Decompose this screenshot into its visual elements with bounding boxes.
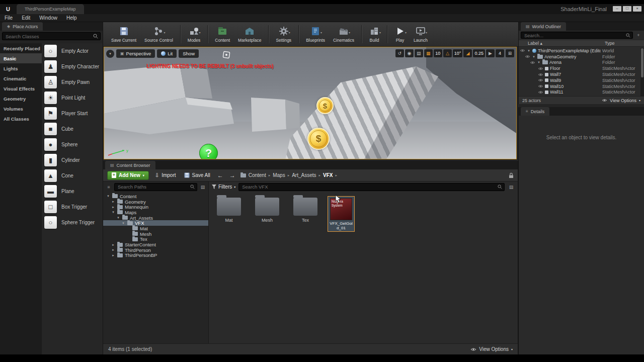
forward-button[interactable]: → — [228, 172, 236, 179]
category-basic[interactable]: Basic — [0, 53, 42, 63]
content-browser-tab[interactable]: ▤ Content Browser — [105, 161, 155, 169]
placeable-cylinder[interactable]: ▮Cylinder — [42, 152, 103, 168]
category-all-classes[interactable]: All Classes — [0, 114, 42, 124]
asset-niagara-vfx-getgold[interactable]: Niagara System VFX_GetGold_01 — [328, 196, 355, 232]
perspective-button[interactable]: ▣Perspective — [116, 49, 155, 58]
tree-item-tex[interactable]: Tex — [103, 237, 208, 242]
column-label[interactable]: Label ▴ — [519, 41, 605, 46]
modes-button[interactable]: ▾ Modes — [184, 25, 205, 44]
coin-pickup[interactable]: $ — [307, 128, 330, 150]
blueprints-button[interactable]: ▾ Blueprints — [302, 25, 329, 44]
category-volumes[interactable]: Volumes — [0, 104, 42, 114]
camera-speed-value[interactable]: 4 — [496, 49, 504, 57]
scale-snap-icon[interactable]: ◢ — [463, 49, 472, 57]
place-actors-search-input[interactable] — [5, 33, 93, 40]
eye-icon[interactable] — [538, 67, 543, 70]
import-button[interactable]: ⇩ Import — [153, 171, 178, 180]
search-assets-input[interactable] — [241, 184, 498, 190]
category-recently-placed[interactable]: Recently Placed — [0, 43, 42, 53]
placeable-cone[interactable]: ▲Cone — [42, 168, 103, 184]
eye-icon[interactable] — [538, 78, 543, 82]
eye-icon[interactable] — [520, 49, 525, 52]
eye-icon[interactable] — [530, 61, 535, 64]
outliner-row-wall11[interactable]: Wall11 StaticMeshActor — [519, 89, 640, 96]
placeable-plane[interactable]: ▬Plane — [42, 184, 103, 199]
scale-snap-value[interactable]: 0.25 — [473, 49, 485, 57]
tree-item-mat[interactable]: Mat — [103, 226, 208, 231]
save-all-button[interactable]: Save All — [182, 171, 212, 180]
show-flags-button[interactable]: Show — [179, 49, 199, 58]
category-lights[interactable]: Lights — [0, 63, 42, 73]
view-options-button[interactable]: View Options ▾ — [470, 346, 513, 352]
world-space-icon[interactable]: ◉ — [405, 49, 414, 57]
placeable-box-trigger[interactable]: □Box Trigger — [42, 199, 103, 215]
lit-mode-button[interactable]: Lit — [157, 49, 177, 58]
asset-folder-mesh[interactable]: Mesh — [251, 195, 283, 223]
play-button[interactable]: ▾ Play — [390, 25, 410, 44]
build-button[interactable]: ▾ Build — [365, 25, 384, 44]
placeable-sphere-trigger[interactable]: ○Sphere Trigger — [42, 215, 103, 230]
tree-item-geometry[interactable]: ▸Geometry — [103, 199, 208, 205]
grid-snap-value[interactable]: 10 — [434, 49, 442, 57]
category-geometry[interactable]: Geometry — [0, 94, 42, 104]
maximize-button[interactable]: □ — [623, 6, 631, 12]
tree-item-maps[interactable]: ▾Maps — [103, 210, 208, 215]
eye-icon[interactable] — [525, 55, 530, 58]
tree-item-vfx[interactable]: ▾VFX — [103, 220, 208, 226]
minimize-button[interactable]: – — [613, 6, 621, 12]
outliner-filter-icon[interactable]: + — [635, 32, 642, 39]
viewport-options-button[interactable]: ▾ — [106, 50, 114, 58]
placeable-cube[interactable]: ■Cube — [42, 121, 103, 137]
category-visual-effects[interactable]: Visual Effects — [0, 83, 42, 94]
placeable-sphere[interactable]: ●Sphere — [42, 137, 103, 152]
outliner-row-arena[interactable]: ▾ Arena Folder — [519, 60, 640, 66]
view-settings-icon[interactable]: ▤ — [199, 184, 206, 191]
transform-rotate-icon[interactable]: ↺ — [395, 49, 404, 57]
outliner-row-wall9[interactable]: Wall9 StaticMeshActor — [519, 77, 640, 83]
asset-view-options-icon[interactable]: ▤ — [508, 184, 515, 191]
level-viewport[interactable]: $ $ ? y LIGHTING NEEDS TO BE REBUILT (3 … — [104, 47, 517, 159]
camera-speed-icon[interactable]: ▶ — [486, 49, 495, 57]
question-pickup[interactable]: ? — [199, 144, 218, 159]
placeable-empty-actor[interactable]: ○Empty Actor — [42, 43, 103, 59]
marketplace-button[interactable]: Marketplace — [234, 25, 265, 44]
level-tab[interactable]: ThirdPersonExampleMap — [17, 4, 84, 14]
tree-item-art-assets[interactable]: ▾Art_Assets — [103, 215, 208, 221]
world-outliner-tab[interactable]: ▤ World Outliner — [521, 22, 566, 31]
content-button[interactable]: Content — [211, 25, 234, 44]
outliner-row-floor[interactable]: Floor StaticMeshActor — [519, 65, 640, 71]
eye-icon[interactable] — [538, 84, 543, 88]
tree-item-mesh[interactable]: Mesh — [103, 231, 208, 237]
filters-button[interactable]: Filters ▾ — [212, 184, 235, 190]
breadcrumb-art-assets[interactable]: Art_Assets — [292, 172, 316, 178]
sources-toggle-icon[interactable]: ≡ — [105, 184, 112, 191]
outliner-row-level[interactable]: ▾ ThirdPersonExampleMap (Editor) World — [519, 48, 640, 54]
back-button[interactable]: ← — [216, 172, 224, 179]
surface-snap-icon[interactable]: ▤ — [415, 49, 423, 57]
breadcrumb-content[interactable]: Content — [249, 172, 266, 178]
save-current-button[interactable]: Save Current — [107, 25, 140, 44]
category-cinematic[interactable]: Cinematic — [0, 73, 42, 83]
place-actors-tab[interactable]: ◈ Place Actors — [2, 22, 43, 31]
breadcrumb-maps[interactable]: Maps — [273, 172, 285, 178]
rotation-snap-value[interactable]: 10° — [453, 49, 463, 57]
placeable-player-start[interactable]: ⚑Player Start — [42, 106, 103, 121]
rotation-snap-icon[interactable]: △ — [443, 49, 452, 57]
search-paths-input[interactable] — [117, 184, 190, 190]
asset-folder-tex[interactable]: Tex — [289, 195, 321, 223]
outliner-view-options-button[interactable]: View Options ▾ — [602, 98, 640, 103]
tree-item-thirdpersonbp[interactable]: ▸ThirdPersonBP — [103, 253, 208, 258]
placeable-empty-character[interactable]: ♟Empty Character — [42, 59, 103, 74]
menu-file[interactable]: File — [0, 15, 17, 21]
launch-button[interactable]: ▾ Launch — [410, 25, 432, 44]
actor-sprite-icon[interactable] — [222, 50, 231, 59]
cinematics-button[interactable]: ▾ Cinematics — [329, 25, 358, 44]
add-new-button[interactable]: + Add New ▾ — [107, 171, 149, 180]
menu-window[interactable]: Window — [35, 15, 62, 21]
tree-item-thirdperson[interactable]: ▸ThirdPerson — [103, 247, 208, 253]
close-button[interactable]: × — [633, 6, 641, 12]
outliner-row-wall10[interactable]: Wall10 StaticMeshActor — [519, 83, 640, 89]
details-tab[interactable]: ≡ Details — [521, 107, 549, 116]
caret-down-icon[interactable]: ▾ — [532, 55, 536, 59]
placeable-point-light[interactable]: ☀Point Light — [42, 90, 103, 106]
